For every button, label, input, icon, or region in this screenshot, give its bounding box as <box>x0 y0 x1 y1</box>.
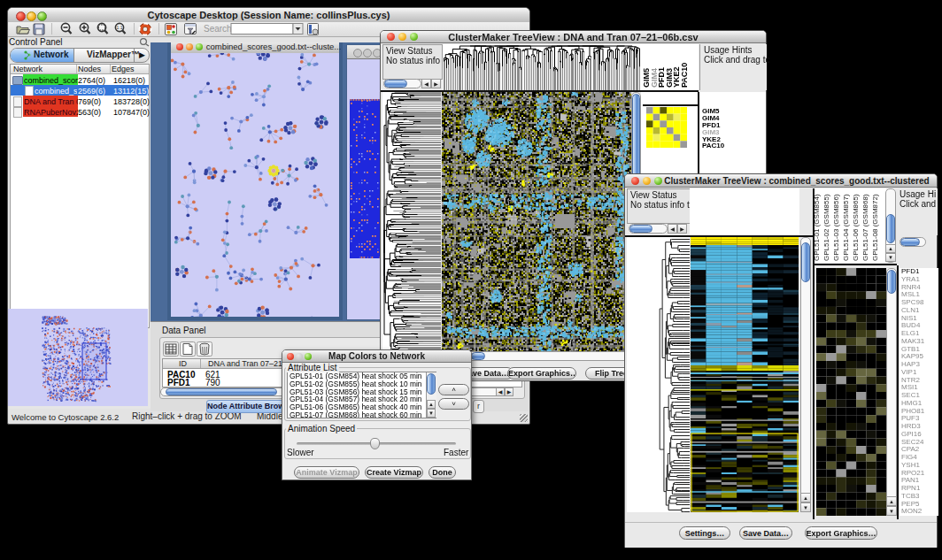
svg-text:Search:: Search: <box>204 24 234 34</box>
svg-text:1:1: 1:1 <box>117 25 123 30</box>
